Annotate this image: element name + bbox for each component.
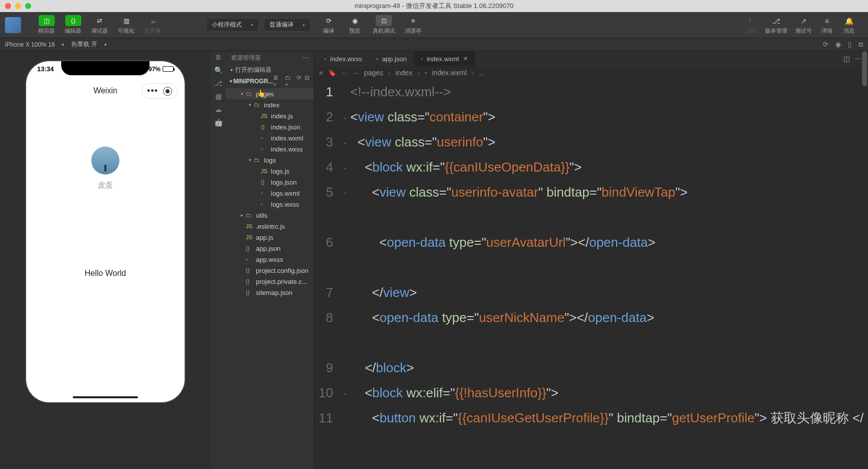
capsule-close-icon[interactable] [163,87,172,96]
breadcrumb-item[interactable]: ... [479,69,485,77]
file-project.config.json[interactable]: {}project.config.json [226,265,314,276]
toolbar-模拟器[interactable]: ◫模拟器 [33,13,60,37]
tab-app.json[interactable]: ▫app.json [369,51,413,66]
file-.eslintrc.js[interactable]: JS.eslintrc.js [226,221,314,232]
file-app.wxss[interactable]: ▫app.wxss [226,254,314,265]
new-folder-icon[interactable]: 🗀+ [285,74,294,88]
project-icon[interactable] [5,17,21,33]
close-window[interactable] [5,3,11,9]
editor-panel: ▫index.wxss▫app.json▫index.wxml✕ ◫ ⋯ ≡ 🔖… [314,51,868,469]
file-logs.json[interactable]: {}logs.json [226,177,314,188]
toolbar-真机调试[interactable]: ⊡真机调试 [368,13,400,37]
mode-dropdown[interactable]: 小程序模式▾ [206,18,259,32]
toolbar-清缓存[interactable]: ≡清缓存 [400,13,426,37]
user-nickname: 皮蛋 [26,181,185,190]
phone-time: 13:34 [37,65,54,73]
toolbar-预览[interactable]: ◉预览 [342,13,368,37]
phone-notch [61,61,150,75]
extensions-icon[interactable]: ▦ [215,92,222,100]
capsule-menu-icon[interactable]: ••• [147,86,158,96]
traffic-lights [0,3,31,9]
new-file-icon[interactable]: 🗎+ [273,74,281,88]
hot-reload[interactable]: 热重载 开 [71,40,97,49]
toolbar-测试号[interactable]: ↗测试号 [791,13,816,37]
tab-index.wxml[interactable]: ▫index.wxml✕ [414,51,475,66]
breadcrumb: ≡ 🔖 ← → pages › index › ▫ index.wxml › .… [314,66,868,79]
tab-close-icon[interactable]: ✕ [463,55,468,62]
scrollbar-thumb[interactable] [862,51,867,86]
toolbar-消息[interactable]: 🔔消息 [838,13,860,37]
toolbar-编译[interactable]: ⟳编译 [316,13,342,37]
list-icon[interactable]: ≡ [319,69,323,77]
device-bar: iPhone X 100% 16▾ 热重载 开▾ ⟳ ◉ ▯ ⧉ [0,38,868,51]
folder-index[interactable]: ▾🗀index [226,99,314,110]
fwd-icon[interactable]: → [353,69,359,77]
toolbar-详情[interactable]: ≡详情 [816,13,838,37]
branch-icon[interactable]: ⎇ [214,79,222,87]
window-title: miniprogram-49 - 微信开发者工具 Stable 1.06.220… [354,2,513,11]
device-icon[interactable]: ▯ [848,41,851,48]
maximize-window[interactable] [25,3,31,9]
record-icon[interactable]: ◉ [835,41,841,48]
file-index.js[interactable]: JSindex.js [226,110,314,121]
file-logs.js[interactable]: JSlogs.js [226,166,314,177]
home-indicator [73,396,138,398]
refresh-tree-icon[interactable]: ⟳ [297,74,302,88]
capsule-buttons: ••• [141,83,178,99]
file-index.wxss[interactable]: ▫index.wxss [226,143,314,154]
toolbar-云开发[interactable]: ☁云开发 [139,13,166,37]
breadcrumb-item[interactable]: index [395,69,412,77]
breadcrumb-item[interactable]: index.wxml [432,69,467,77]
simulator-panel: 13:34 97% Weixin ••• 皮蛋 Hello World [0,51,211,469]
tab-index.wxss[interactable]: ▫index.wxss [317,51,369,66]
file-logs.wxml[interactable]: ▫logs.wxml [226,188,314,199]
toolbar-版本管理[interactable]: ⎇版本管理 [761,13,791,37]
robot-icon[interactable]: 🤖 [214,118,223,126]
file-index.wxml[interactable]: ▫index.wxml [226,132,314,143]
folder-logs[interactable]: ▾🗀logs [226,154,314,166]
search-icon[interactable]: 🔍 [214,66,223,74]
phone-battery: 97% [149,65,174,73]
file-explorer: 资源管理器 ⋯ ▸打开的编辑器 ▾MINIPROGR... 🗎+ 🗀+ ⟳ ⊟ … [226,51,314,469]
hello-text: Hello World [26,269,185,278]
code-editor[interactable]: 1234567891011 ⌄⌄⌄⌄⌄ <!--index.wxml--><vi… [314,79,868,469]
cursor-icon: 👆 [257,89,265,97]
user-avatar[interactable] [91,146,119,175]
split-editor-icon[interactable]: ◫ [843,55,850,63]
editor-tabs: ▫index.wxss▫app.json▫index.wxml✕ ◫ ⋯ [314,51,868,66]
activity-bar: 🗎 🔍 ⎇ ▦ ☁ 🤖 [211,51,226,469]
refresh-icon[interactable]: ⟳ [823,41,828,48]
undock-icon[interactable]: ⧉ [858,41,863,49]
titlebar: miniprogram-49 - 微信开发者工具 Stable 1.06.220… [0,0,868,12]
file-project.private.c...[interactable]: {}project.private.c... [226,276,314,287]
minimize-window[interactable] [15,3,21,9]
toolbar-上传[interactable]: ⤒上传 [739,13,761,37]
file-app.json[interactable]: {}app.json [226,243,314,254]
explorer-header: 资源管理器 ⋯ [226,51,314,64]
main-toolbar: ◫模拟器⟨⟩编辑器⇄调试器▥可视化☁云开发 小程序模式▾ 普通编译▾ ⟳编译◉预… [0,12,868,38]
toolbar-编辑器[interactable]: ⟨⟩编辑器 [60,13,86,37]
device-select[interactable]: iPhone X 100% 16 [5,41,55,48]
explorer-more-icon[interactable]: ⋯ [303,54,309,61]
breadcrumb-item[interactable]: pages [364,69,383,77]
toolbar-可视化[interactable]: ▥可视化 [113,13,139,37]
main-area: 13:34 97% Weixin ••• 皮蛋 Hello World 🗎 [0,51,868,469]
collapse-icon[interactable]: ⊟ [305,74,310,88]
file-app.js[interactable]: JSapp.js [226,232,314,243]
explorer-icon[interactable]: 🗎 [215,53,222,61]
folder-pages[interactable]: ▾🗀pages [226,88,314,99]
file-logs.wxss[interactable]: ▫logs.wxss [226,199,314,210]
file-sitemap.json[interactable]: {}sitemap.json [226,287,314,298]
phone-frame: 13:34 97% Weixin ••• 皮蛋 Hello World [26,61,185,402]
file-index.json[interactable]: {}index.json [226,121,314,132]
project-section[interactable]: ▾MINIPROGR... 🗎+ 🗀+ ⟳ ⊟ [226,75,314,87]
compile-dropdown[interactable]: 普通编译▾ [264,18,311,32]
back-icon[interactable]: ← [341,69,348,77]
folder-utils[interactable]: ▸🗀utils [226,210,314,221]
cloud-icon[interactable]: ☁ [215,105,222,113]
bookmark-icon[interactable]: 🔖 [328,69,336,77]
open-editors-section[interactable]: ▸打开的编辑器 [226,64,314,75]
toolbar-调试器[interactable]: ⇄调试器 [86,13,113,37]
editor-more-icon[interactable]: ⋯ [855,55,862,63]
